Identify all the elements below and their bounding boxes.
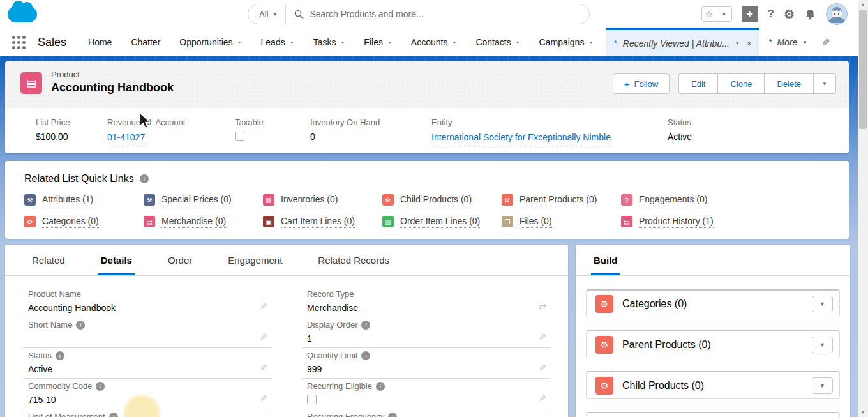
categories-icon: ⚙: [24, 216, 36, 227]
more-tab-label: More: [777, 37, 797, 47]
nav-tab-contacts[interactable]: Contacts▼: [475, 28, 520, 56]
chevron-down-icon[interactable]: ▼: [452, 40, 456, 45]
chevron-down-icon[interactable]: ▼: [290, 40, 294, 45]
chevron-down-icon[interactable]: ▼: [387, 40, 392, 45]
info-icon[interactable]: i: [109, 413, 118, 417]
quick-link-order-item-lines[interactable]: ▥Order Item Lines (0): [382, 215, 502, 229]
edit-icon[interactable]: ✎: [539, 393, 546, 404]
setup-gear-icon[interactable]: ⚙: [784, 7, 795, 22]
notifications-bell-icon[interactable]: [804, 8, 816, 20]
delete-button[interactable]: Delete: [764, 73, 813, 94]
field-product-name: Product Name Accounting Handbook ✎: [23, 287, 271, 317]
highlights-panel: List Price $100.00 Revenue GL Account 01…: [5, 108, 849, 153]
tab-details[interactable]: Details: [101, 245, 132, 275]
change-record-type-icon[interactable]: ⇄: [539, 301, 546, 312]
record-header-card: ▤ Product Accounting Handbook + Follow E…: [5, 61, 849, 153]
nav-tab-home[interactable]: Home: [88, 28, 112, 56]
favorites-dropdown-icon[interactable]: ▼: [717, 7, 731, 21]
build-card-parent-products[interactable]: ⚙ Parent Products (0) ▼: [586, 330, 840, 358]
chevron-down-icon[interactable]: ▼: [237, 40, 242, 45]
info-icon[interactable]: i: [376, 382, 385, 391]
edit-icon[interactable]: ✎: [539, 363, 546, 373]
expand-chevron-icon[interactable]: ▼: [812, 377, 833, 394]
chevron-down-icon[interactable]: ▼: [516, 40, 520, 45]
info-icon[interactable]: i: [56, 351, 64, 360]
quick-link-cart-item-lines[interactable]: ▣Cart Item Lines (0): [263, 215, 382, 229]
search-placeholder: Search Products and more...: [310, 9, 423, 19]
nav-tab-leads[interactable]: Leads▼: [261, 28, 294, 56]
edit-icon[interactable]: ✎: [260, 301, 267, 312]
quick-link-attributes[interactable]: ⚒Attributes (1): [24, 193, 144, 207]
nav-tab-files[interactable]: Files▼: [364, 28, 392, 56]
info-icon[interactable]: i: [76, 321, 85, 330]
edit-icon[interactable]: ✎: [260, 393, 267, 404]
field-quantity-limit: Quantity Limiti 999 ✎: [302, 348, 550, 379]
edit-button[interactable]: Edit: [678, 73, 717, 94]
edit-icon[interactable]: ✎: [539, 332, 546, 342]
build-card-child-products[interactable]: ⚙ Child Products (0) ▼: [586, 371, 840, 399]
chevron-down-icon[interactable]: ▼: [735, 41, 740, 45]
scrollbar-thumb[interactable]: [859, 10, 867, 129]
more-actions-dropdown-icon[interactable]: ▼: [813, 73, 836, 94]
info-icon[interactable]: i: [96, 382, 105, 391]
field-recurring-frequency: Recurring Frequencyi: [302, 409, 550, 417]
quick-link-product-history[interactable]: ▤Product History (1): [621, 215, 740, 229]
global-add-icon[interactable]: +: [742, 6, 758, 22]
chevron-down-icon[interactable]: ▼: [588, 40, 593, 45]
quick-link-special-prices[interactable]: ⚒Special Prices (0): [144, 193, 263, 207]
info-icon[interactable]: i: [388, 413, 397, 417]
record-action-group: Edit Clone Delete ▼: [678, 73, 836, 94]
nav-tab-campaigns[interactable]: Campaigns▼: [539, 28, 594, 56]
tab-build[interactable]: Build: [594, 245, 618, 275]
app-launcher-icon[interactable]: [12, 36, 26, 49]
tab-related-records[interactable]: Related Records: [318, 245, 389, 275]
revenue-gl-account-link[interactable]: 01-41027: [107, 132, 145, 144]
field-record-type: Record Type Merchandise ⇄: [302, 287, 550, 317]
edit-nav-pencil-icon[interactable]: ✎: [821, 36, 830, 49]
nav-tab-recently-viewed-active[interactable]: * Recently Viewed | Attribu... ▼ ×: [606, 28, 760, 56]
tab-engagement[interactable]: Engagement: [228, 245, 282, 275]
info-icon[interactable]: i: [140, 174, 149, 183]
quick-link-files[interactable]: ❐Files (0): [502, 215, 621, 229]
info-icon[interactable]: i: [361, 351, 370, 360]
tab-order[interactable]: Order: [168, 245, 192, 275]
quick-link-inventories[interactable]: ▤Inventories (0): [263, 193, 382, 207]
search-scope-dropdown[interactable]: All ▼: [248, 4, 286, 24]
nav-tab-opportunities[interactable]: Opportunities▼: [179, 28, 241, 56]
favorite-star-icon[interactable]: ☆: [702, 7, 717, 21]
nav-tab-chatter[interactable]: Chatter: [131, 28, 160, 56]
follow-button[interactable]: + Follow: [613, 73, 670, 94]
close-icon[interactable]: ×: [747, 38, 752, 49]
scroll-up-icon[interactable]: ▲: [858, 2, 868, 8]
entity-link[interactable]: International Society for Exceptionally …: [431, 132, 611, 144]
nav-tab-accounts[interactable]: Accounts▼: [411, 28, 457, 56]
global-search[interactable]: All ▼ Search Products and more...: [248, 4, 590, 24]
edit-icon[interactable]: ✎: [260, 363, 267, 373]
quick-link-child-products[interactable]: ⚙Child Products (0): [382, 193, 502, 207]
nav-tab-tasks[interactable]: Tasks▼: [313, 28, 345, 56]
quick-link-engagements[interactable]: ⚲Engagements (0): [621, 193, 740, 207]
salesforce-logo-icon: [8, 6, 37, 22]
vertical-scrollbar[interactable]: ▲ ▼: [858, 0, 868, 417]
chevron-down-icon[interactable]: ▼: [340, 40, 345, 45]
global-header: All ▼ Search Products and more... ☆ ▼ + …: [0, 0, 858, 28]
nav-more-tab[interactable]: * More ▼: [768, 37, 807, 47]
edit-icon[interactable]: ✎: [260, 332, 267, 342]
expand-chevron-icon[interactable]: ▼: [812, 337, 833, 353]
quick-link-merchandise[interactable]: ▤Merchandise (0): [144, 215, 263, 229]
taxable-checkbox[interactable]: [235, 132, 244, 141]
expand-chevron-icon[interactable]: ▼: [812, 296, 833, 312]
clone-button[interactable]: Clone: [717, 73, 764, 94]
build-card-categories[interactable]: ⚙ Categories (0) ▼: [586, 289, 840, 317]
build-card-partial[interactable]: [586, 412, 840, 417]
field-display-order: Display Orderi 1 ✎: [302, 317, 550, 348]
info-icon[interactable]: i: [361, 321, 370, 330]
recurring-eligible-checkbox[interactable]: [307, 395, 317, 404]
quick-link-categories[interactable]: ⚙Categories (0): [24, 215, 144, 229]
help-icon[interactable]: ?: [768, 8, 774, 20]
quick-link-parent-products[interactable]: ⚙Parent Products (0): [502, 193, 621, 207]
user-avatar[interactable]: [826, 3, 848, 25]
chevron-down-icon[interactable]: ▼: [802, 40, 807, 45]
scroll-down-icon[interactable]: ▼: [858, 409, 868, 415]
tab-related[interactable]: Related: [32, 245, 65, 275]
